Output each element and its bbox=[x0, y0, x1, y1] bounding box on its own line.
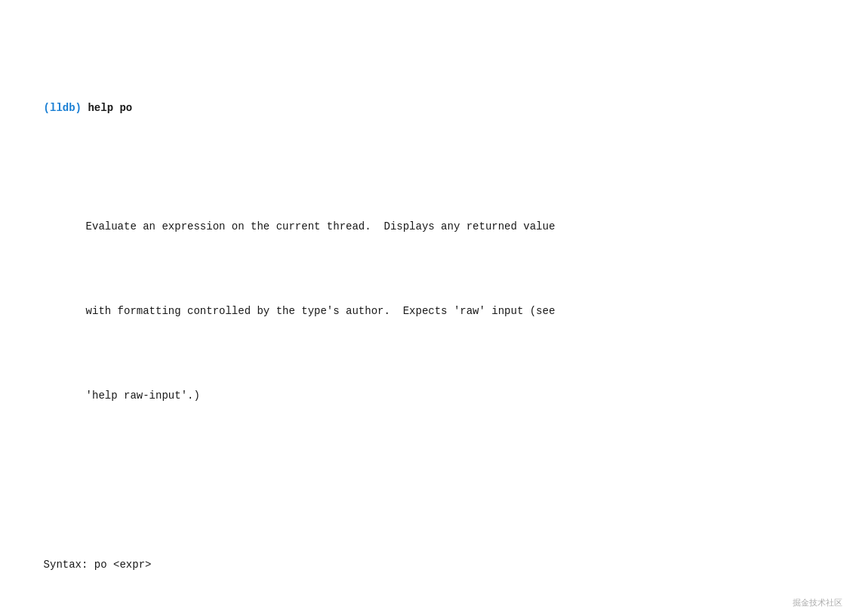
line-1: (lldb) help po bbox=[18, 83, 832, 134]
terminal-output: (lldb) help po Evaluate an expression on… bbox=[18, 15, 832, 616]
text-2: Evaluate an expression on the current th… bbox=[86, 220, 556, 233]
command-1: help po bbox=[82, 102, 132, 114]
text-4: 'help raw-input'.) bbox=[86, 390, 200, 402]
syntax-text: Syntax: po <expr> bbox=[44, 559, 152, 571]
line-3: with formatting controlled by the type's… bbox=[18, 285, 832, 336]
line-4: 'help raw-input'.) bbox=[18, 370, 832, 420]
line-syntax: Syntax: po <expr> bbox=[18, 539, 832, 590]
prompt-1: (lldb) bbox=[44, 102, 82, 114]
text-3: with formatting controlled by the type's… bbox=[86, 305, 556, 317]
line-2: Evaluate an expression on the current th… bbox=[18, 201, 832, 251]
line-empty-1 bbox=[18, 472, 832, 488]
watermark: 掘金技术社区 bbox=[793, 597, 842, 608]
